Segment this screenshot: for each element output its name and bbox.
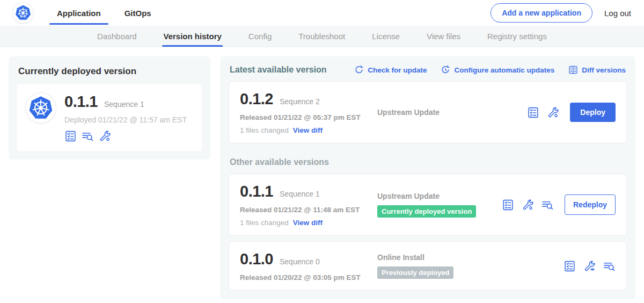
add-application-button[interactable]: Add a new application — [491, 3, 592, 23]
check-for-update-label: Check for update — [368, 66, 427, 74]
top-right-actions: Add a new application Log out — [491, 3, 631, 23]
latest-available-title: Latest available version — [230, 65, 327, 75]
deployed-timestamp: Deployed 01/21/22 @ 11:57 am EST — [64, 116, 187, 124]
top-tabs: Application GitOps — [48, 0, 166, 26]
refresh-icon — [354, 65, 364, 75]
version-number: 0.1.1 — [240, 183, 273, 200]
released-timestamp: Released 01/21/22 @ 05:37 pm EST — [240, 113, 377, 121]
auto-update-icon — [441, 65, 450, 75]
currently-deployed-badge: Currently deployed version — [377, 205, 476, 218]
previously-deployed-badge: Previously deployed — [377, 266, 453, 279]
deployed-details: 0.1.1 Sequence 1 Deployed 01/21/22 @ 11:… — [64, 93, 187, 142]
other-available-title: Other available versions — [230, 157, 626, 167]
released-timestamp: Released 01/20/22 @ 03:05 pm EST — [240, 273, 377, 282]
subnav-license[interactable]: License — [371, 26, 401, 47]
tab-gitops[interactable]: GitOps — [116, 0, 160, 26]
version-sequence: Sequence 1 — [280, 190, 320, 198]
version-source: Upstream Update — [377, 192, 502, 200]
subnav-config[interactable]: Config — [247, 26, 273, 47]
currently-deployed-card: 0.1.1 Sequence 1 Deployed 01/21/22 @ 11:… — [17, 84, 202, 151]
app-subnav: Dashboard Version history Config Trouble… — [0, 26, 644, 47]
tab-application[interactable]: Application — [48, 0, 109, 26]
top-nav-bar: Application GitOps Add a new application… — [0, 0, 644, 26]
version-row-0-1-0: 0.1.0 Sequence 0 Released 01/20/22 @ 03:… — [229, 241, 627, 291]
diff-versions-label: Diff versions — [582, 66, 626, 74]
currently-deployed-title: Currently deployed version — [18, 66, 202, 77]
subnav-version-history[interactable]: Version history — [162, 26, 222, 47]
version-number: 0.1.2 — [240, 90, 273, 108]
view-diff-link[interactable]: View diff — [293, 219, 323, 227]
available-versions-panel: Latest available version Check for updat… — [220, 56, 635, 299]
preflight-checks-icon[interactable] — [564, 260, 576, 272]
deploy-logs-icon[interactable] — [541, 199, 554, 211]
version-row-0-1-2: 0.1.2 Sequence 2 Released 01/21/22 @ 05:… — [229, 81, 627, 143]
files-changed: 1 files changed — [240, 126, 289, 134]
version-source: Online Install — [377, 253, 564, 262]
subnav-view-files[interactable]: View files — [426, 26, 462, 47]
version-row-0-1-1: 0.1.1 Sequence 1 Released 01/21/22 @ 11:… — [229, 174, 627, 236]
deployed-sequence: Sequence 1 — [104, 100, 144, 109]
preflight-checks-icon[interactable] — [64, 130, 77, 142]
check-for-update-link[interactable]: Check for update — [354, 65, 427, 75]
configure-automatic-updates-link[interactable]: Configure automatic updates — [441, 65, 554, 75]
config-icon[interactable] — [547, 106, 559, 119]
config-view-icon[interactable] — [583, 260, 596, 272]
deploy-logs-icon[interactable] — [82, 130, 94, 142]
currently-deployed-panel: Currently deployed version 0.1.1 Sequenc… — [9, 56, 210, 160]
app-logo-kubernetes — [26, 93, 56, 123]
version-source: Upstream Update — [377, 108, 527, 117]
view-diff-link[interactable]: View diff — [293, 126, 323, 134]
config-icon[interactable] — [99, 130, 111, 142]
deploy-logs-icon[interactable] — [603, 260, 616, 272]
subnav-troubleshoot[interactable]: Troubleshoot — [297, 26, 346, 47]
preflight-checks-icon[interactable] — [527, 106, 539, 119]
files-changed: 1 files changed — [240, 219, 289, 227]
version-number: 0.1.0 — [240, 250, 273, 268]
config-icon[interactable] — [522, 199, 534, 211]
subnav-dashboard[interactable]: Dashboard — [96, 26, 137, 47]
deploy-button[interactable]: Deploy — [570, 103, 616, 122]
redeploy-button[interactable]: Redeploy — [565, 194, 616, 215]
version-sequence: Sequence 0 — [280, 257, 320, 266]
subnav-registry-settings[interactable]: Registry settings — [486, 26, 548, 47]
kubernetes-logo — [13, 3, 33, 23]
diff-icon — [568, 65, 578, 75]
diff-versions-link[interactable]: Diff versions — [568, 65, 626, 75]
deployed-version-number: 0.1.1 — [64, 93, 98, 111]
configure-automatic-updates-label: Configure automatic updates — [454, 66, 554, 74]
tab-application-label: Application — [57, 9, 101, 18]
preflight-checks-icon[interactable] — [502, 199, 514, 211]
main-content: Currently deployed version 0.1.1 Sequenc… — [0, 47, 644, 299]
version-sequence: Sequence 2 — [280, 97, 320, 106]
logout-link[interactable]: Log out — [604, 9, 631, 18]
tab-gitops-label: GitOps — [125, 9, 151, 18]
released-timestamp: Released 01/21/22 @ 11:48 am EST — [240, 206, 377, 214]
